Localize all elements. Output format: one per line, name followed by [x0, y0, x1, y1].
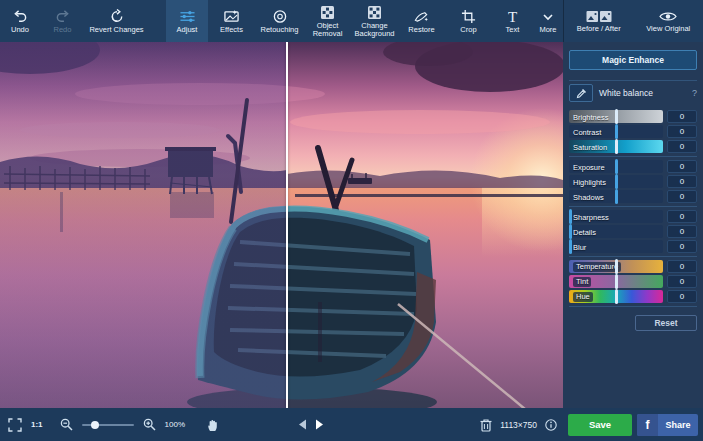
slider-value-contrast[interactable]: 0: [667, 125, 697, 138]
retouching-icon: [272, 9, 288, 24]
slider-value-brightness[interactable]: 0: [667, 110, 697, 123]
slider-label: Exposure: [573, 162, 605, 171]
slider-handle[interactable]: [615, 174, 618, 189]
more-button[interactable]: More: [533, 0, 563, 42]
save-button[interactable]: Save: [568, 414, 632, 436]
slider-highlights[interactable]: Highlights0: [569, 175, 697, 188]
tab-text[interactable]: T Text: [492, 0, 533, 42]
magic-enhance-button[interactable]: Magic Enhance: [569, 50, 697, 70]
slider-handle[interactable]: [615, 124, 618, 139]
hand-tool-icon[interactable]: [206, 418, 219, 432]
slider-track-hue[interactable]: Hue: [569, 290, 663, 303]
tab-restore[interactable]: Restore: [398, 0, 445, 42]
zoom-slider-knob[interactable]: [91, 421, 99, 429]
info-icon[interactable]: [545, 419, 557, 431]
object-removal-icon: [320, 5, 335, 20]
reset-button[interactable]: Reset: [635, 315, 697, 331]
redo-button[interactable]: Redo: [40, 0, 85, 42]
crop-icon: [461, 9, 476, 24]
slider-handle[interactable]: [569, 224, 572, 239]
trash-icon[interactable]: [480, 418, 492, 432]
slider-blur[interactable]: Blur0: [569, 240, 697, 253]
slider-value-temperature[interactable]: 0: [667, 260, 697, 273]
tab-retouching[interactable]: Retouching: [255, 0, 304, 42]
zoom-slider[interactable]: [82, 424, 134, 426]
tab-change-background[interactable]: Change Background: [351, 0, 398, 42]
share-button[interactable]: f Share: [637, 414, 698, 436]
slider-handle[interactable]: [615, 274, 618, 289]
slider-value-tint[interactable]: 0: [667, 275, 697, 288]
slider-track-tint[interactable]: Tint: [569, 275, 663, 288]
slider-temperature[interactable]: Temperature0: [569, 260, 697, 273]
slider-handle[interactable]: [615, 189, 618, 204]
adjust-panel: Magic Enhance White balance ? Brightness…: [563, 42, 703, 408]
slider-handle[interactable]: [615, 109, 618, 124]
undo-button[interactable]: Undo: [0, 0, 40, 42]
slider-saturation[interactable]: Saturation0: [569, 140, 697, 153]
fit-screen-icon[interactable]: [8, 418, 22, 432]
slider-handle[interactable]: [615, 259, 618, 274]
before-after-split-line[interactable]: [286, 42, 288, 408]
slider-value-details[interactable]: 0: [667, 225, 697, 238]
white-balance-row: White balance ?: [569, 84, 697, 102]
slider-brightness[interactable]: Brightness0: [569, 110, 697, 123]
slider-label: Hue: [573, 292, 593, 302]
slider-details[interactable]: Details0: [569, 225, 697, 238]
slider-handle[interactable]: [569, 209, 572, 224]
tab-adjust[interactable]: Adjust: [166, 0, 208, 42]
zoom-in-icon[interactable]: [143, 418, 156, 431]
slider-handle[interactable]: [569, 239, 572, 254]
slider-label: Tint: [573, 277, 591, 287]
change-background-icon: [367, 5, 382, 20]
previous-photo-icon[interactable]: [298, 419, 307, 430]
share-label: Share: [658, 420, 698, 430]
slider-track-blur[interactable]: Blur: [569, 240, 663, 253]
slider-track-exposure[interactable]: Exposure: [569, 160, 663, 173]
separator: [569, 206, 697, 207]
slider-value-shadows[interactable]: 0: [667, 190, 697, 203]
zoom-out-icon[interactable]: [60, 418, 73, 431]
slider-track-brightness[interactable]: Brightness: [569, 110, 663, 123]
slider-handle[interactable]: [615, 139, 618, 154]
slider-value-saturation[interactable]: 0: [667, 140, 697, 153]
actual-size-button[interactable]: 1:1: [31, 420, 43, 429]
slider-value-highlights[interactable]: 0: [667, 175, 697, 188]
slider-shadows[interactable]: Shadows0: [569, 190, 697, 203]
slider-track-details[interactable]: Details: [569, 225, 663, 238]
slider-hue[interactable]: Hue0: [569, 290, 697, 303]
slider-contrast[interactable]: Contrast0: [569, 125, 697, 138]
white-balance-eyedropper-button[interactable]: [569, 84, 593, 102]
slider-exposure[interactable]: Exposure0: [569, 160, 697, 173]
zoom-level: 100%: [165, 420, 185, 429]
view-original-button[interactable]: View Original: [634, 0, 703, 42]
slider-value-hue[interactable]: 0: [667, 290, 697, 303]
slider-value-sharpness[interactable]: 0: [667, 210, 697, 223]
slider-handle[interactable]: [615, 289, 618, 304]
tab-object-removal[interactable]: Object Removal: [304, 0, 351, 42]
separator: [569, 80, 697, 81]
toolbar: Undo Redo Revert Changes: [0, 0, 563, 42]
slider-tint[interactable]: Tint0: [569, 275, 697, 288]
separator: [569, 156, 697, 157]
slider-track-highlights[interactable]: Highlights: [569, 175, 663, 188]
tab-effects[interactable]: Effects: [208, 0, 255, 42]
tab-crop[interactable]: Crop: [445, 0, 492, 42]
status-bar: 1:1 100%: [0, 408, 563, 441]
undo-icon: [12, 9, 28, 24]
slider-label: Highlights: [573, 177, 606, 186]
slider-track-sharpness[interactable]: Sharpness: [569, 210, 663, 223]
slider-value-exposure[interactable]: 0: [667, 160, 697, 173]
zoom-controls: 1:1 100%: [8, 408, 219, 441]
slider-track-saturation[interactable]: Saturation: [569, 140, 663, 153]
next-photo-icon[interactable]: [315, 419, 324, 430]
before-after-button[interactable]: Before / After: [564, 0, 634, 42]
slider-handle[interactable]: [615, 159, 618, 174]
photo-canvas[interactable]: [0, 42, 563, 408]
help-button[interactable]: ?: [692, 88, 697, 98]
slider-sharpness[interactable]: Sharpness0: [569, 210, 697, 223]
revert-changes-button[interactable]: Revert Changes: [85, 0, 148, 42]
slider-track-shadows[interactable]: Shadows: [569, 190, 663, 203]
slider-value-blur[interactable]: 0: [667, 240, 697, 253]
slider-track-temperature[interactable]: Temperature: [569, 260, 663, 273]
slider-track-contrast[interactable]: Contrast: [569, 125, 663, 138]
